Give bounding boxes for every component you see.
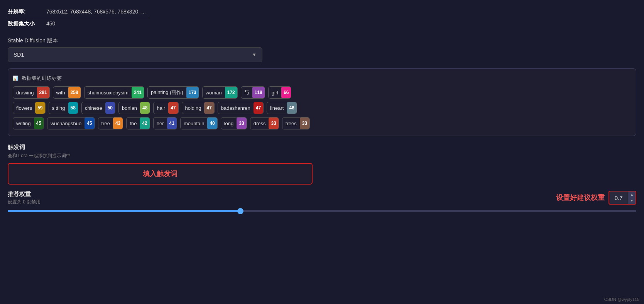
sd-version-dropdown[interactable]: SD1 ▼ xyxy=(8,47,262,62)
tag-label: woman xyxy=(203,90,225,96)
tags-panel-header: 📊 数据集的训练标签 xyxy=(13,75,631,82)
tag-count: 48 xyxy=(140,102,150,114)
tag-label: her xyxy=(154,121,167,126)
weight-value: 0.7 xyxy=(609,195,628,201)
tag-label: holding xyxy=(182,105,205,111)
tag-item[interactable]: her41 xyxy=(153,117,177,129)
weight-right: 设置好建议权重 0.7 ▲ ▼ xyxy=(556,191,636,205)
tag-count: 47 xyxy=(204,102,214,114)
tag-label: painting (画作) xyxy=(148,89,186,96)
tag-count: 33 xyxy=(300,118,309,129)
weight-input-box[interactable]: 0.7 ▲ ▼ xyxy=(609,191,636,205)
tag-count: 66 xyxy=(281,87,291,98)
tag-item[interactable]: 与118 xyxy=(241,86,265,99)
tag-label: tree xyxy=(98,121,113,126)
footer-credit: CSDN @wyply115 xyxy=(604,297,639,302)
tag-label: with xyxy=(53,90,68,96)
tag-label: writing xyxy=(13,121,34,126)
tag-label: dress xyxy=(250,121,269,126)
resolution-label: 分辨率: xyxy=(8,6,46,18)
tag-item[interactable]: painting (画作)173 xyxy=(147,86,199,99)
tag-count: 42 xyxy=(140,118,149,129)
weight-hint: 设置好建议权重 xyxy=(556,193,605,202)
tag-label: hair xyxy=(154,105,168,111)
tag-item[interactable]: girl66 xyxy=(268,86,292,99)
tag-count: 172 xyxy=(225,87,237,98)
sd-version-value: SD1 xyxy=(14,52,24,58)
tags-panel: 📊 数据集的训练标签 drawing281with258shuimosuxieb… xyxy=(8,68,636,136)
tags-row-0: drawing281with258shuimosuxiebysim241pain… xyxy=(13,86,631,99)
weight-up-button[interactable]: ▲ xyxy=(628,191,636,198)
weight-arrows: ▲ ▼ xyxy=(628,191,636,204)
tag-item[interactable]: shuimosuxiebysim241 xyxy=(84,86,144,99)
trigger-section: 触发词 会和 Lora 一起添加到提示词中 填入触发词 xyxy=(8,144,636,185)
slider-thumb[interactable] xyxy=(237,208,243,214)
trigger-input-container[interactable]: 填入触发词 xyxy=(8,163,313,185)
tag-label: chinese xyxy=(82,105,105,111)
tag-label: bonian xyxy=(119,105,140,111)
tag-count: 41 xyxy=(167,118,177,129)
tag-item[interactable]: with258 xyxy=(53,86,81,99)
tag-count: 59 xyxy=(35,102,45,114)
tag-count: 47 xyxy=(168,102,178,114)
tag-count: 258 xyxy=(68,87,81,98)
tag-item[interactable]: flowers59 xyxy=(13,102,46,114)
tags-rows: drawing281with258shuimosuxiebysim241pain… xyxy=(13,86,631,129)
tag-item[interactable]: long33 xyxy=(221,117,247,129)
weight-title: 推荐权重 xyxy=(8,191,41,198)
tag-count: 281 xyxy=(37,87,49,98)
tag-label: badashanren xyxy=(218,105,254,111)
tag-label: wuchangshuo xyxy=(47,121,85,126)
tag-item[interactable]: hair47 xyxy=(153,102,178,114)
tag-count: 40 xyxy=(207,118,217,129)
slider-fill xyxy=(8,210,240,212)
tag-label: 与 xyxy=(241,89,252,96)
tag-count: 45 xyxy=(34,118,44,129)
tag-item[interactable]: bonian48 xyxy=(118,102,150,114)
tag-label: girl xyxy=(269,90,281,96)
tag-item[interactable]: drawing281 xyxy=(13,86,50,99)
tag-item[interactable]: the42 xyxy=(126,117,150,129)
tag-count: 241 xyxy=(132,87,144,98)
tag-count: 58 xyxy=(68,102,78,114)
tag-item[interactable]: mountain40 xyxy=(180,117,218,129)
tag-label: drawing xyxy=(13,90,37,96)
tags-row-2: writing45wuchangshuo45tree43the42her41mo… xyxy=(13,117,631,129)
tag-count: 33 xyxy=(237,118,246,129)
tag-item[interactable]: trees33 xyxy=(282,117,310,129)
weight-subtitle: 设置为 0 以禁用 xyxy=(8,199,41,205)
tags-row-1: flowers59sitting58chinese50bonian48hair4… xyxy=(13,102,631,114)
tags-panel-title: 数据集的训练标签 xyxy=(22,75,62,82)
weight-section: 推荐权重 设置为 0 以禁用 设置好建议权重 0.7 ▲ ▼ xyxy=(8,191,636,205)
tag-label: lineart xyxy=(267,105,287,111)
weight-down-button[interactable]: ▼ xyxy=(628,198,636,204)
sd-version-label: Stable Diffusion 版本 xyxy=(8,37,636,44)
sd-version-section: Stable Diffusion 版本 SD1 ▼ xyxy=(8,37,636,62)
chevron-down-icon: ▼ xyxy=(252,52,257,57)
slider-container[interactable] xyxy=(8,210,636,212)
tag-item[interactable]: tree43 xyxy=(98,117,123,129)
dataset-value: 450 xyxy=(46,18,150,30)
tag-item[interactable]: writing45 xyxy=(13,117,44,129)
slider-track xyxy=(8,210,636,212)
trigger-subtitle: 会和 Lora 一起添加到提示词中 xyxy=(8,153,636,159)
tag-item[interactable]: lineart46 xyxy=(267,102,297,114)
tag-item[interactable]: dress33 xyxy=(250,117,279,129)
resolution-value: 768x512, 768x448, 768x576, 768x320, ... xyxy=(46,6,150,18)
tag-label: mountain xyxy=(181,121,207,126)
tag-label: sitting xyxy=(49,105,68,111)
info-table: 分辨率: 768x512, 768x448, 768x576, 768x320,… xyxy=(8,6,150,30)
tag-item[interactable]: sitting58 xyxy=(49,102,78,114)
chart-icon: 📊 xyxy=(13,76,19,81)
tag-item[interactable]: chinese50 xyxy=(81,102,115,114)
tag-count: 50 xyxy=(105,102,115,114)
tag-count: 46 xyxy=(287,102,296,114)
tag-label: shuimosuxiebysim xyxy=(85,90,132,96)
tag-item[interactable]: badashanren47 xyxy=(218,102,264,114)
tag-item[interactable]: wuchangshuo45 xyxy=(47,117,95,129)
tag-count: 33 xyxy=(269,118,278,129)
tag-item[interactable]: woman172 xyxy=(202,86,238,99)
tag-count: 118 xyxy=(252,87,265,98)
tag-label: flowers xyxy=(13,105,35,111)
tag-item[interactable]: holding47 xyxy=(182,102,215,114)
